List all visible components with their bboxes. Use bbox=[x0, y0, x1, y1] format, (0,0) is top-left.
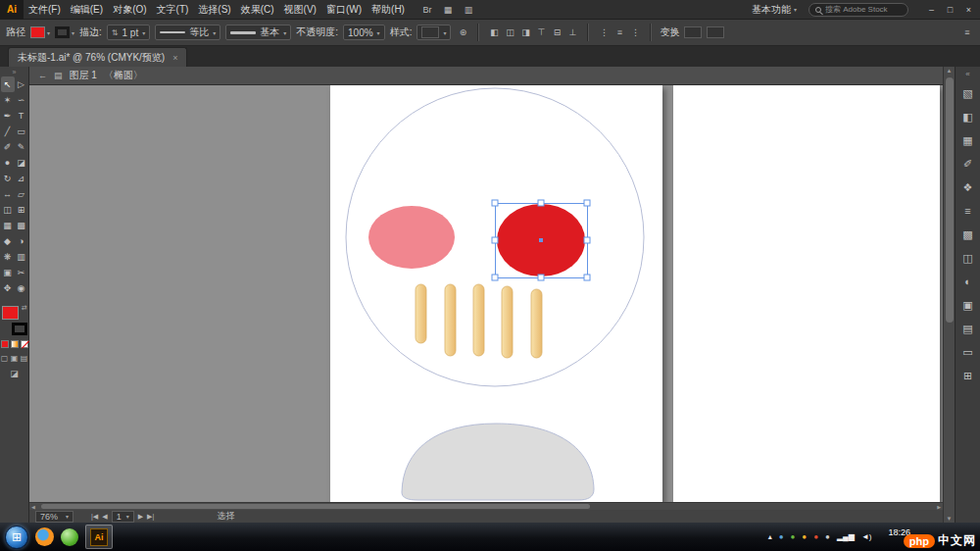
restore-button[interactable]: □ bbox=[941, 2, 959, 18]
horizontal-scroll-thumb[interactable] bbox=[41, 504, 590, 509]
last-artboard-button[interactable]: ▶| bbox=[147, 513, 154, 521]
tray-app-red-icon[interactable]: ● bbox=[813, 533, 818, 541]
lasso-tool[interactable]: ∽ bbox=[15, 92, 28, 108]
appearance-panel-icon[interactable]: ◐ bbox=[956, 270, 980, 293]
distribute-horizontal-icon[interactable]: ⋮ bbox=[628, 27, 642, 37]
rotate-tool[interactable]: ↻ bbox=[1, 171, 15, 186]
network-icon[interactable]: ▂▄▆ bbox=[837, 533, 855, 541]
back-arrow-icon[interactable]: ← bbox=[38, 71, 47, 80]
graphic-styles-panel-icon[interactable]: ▣ bbox=[956, 293, 980, 317]
column-graph-tool[interactable]: ▥ bbox=[15, 249, 28, 265]
left-eye-ellipse[interactable] bbox=[368, 206, 455, 269]
document-tab[interactable]: 未标题-1.ai* @ 76% (CMYK/预览) × bbox=[8, 47, 187, 67]
tray-app-yellow-icon[interactable]: ● bbox=[802, 533, 807, 541]
pen-tool[interactable]: ✒ bbox=[1, 108, 15, 124]
opacity-dropdown[interactable]: 100% ▾ bbox=[343, 25, 385, 40]
menu-window[interactable]: 窗口(W) bbox=[321, 0, 367, 19]
artboards-panel-icon[interactable]: ▭ bbox=[956, 340, 980, 364]
type-tool[interactable]: T bbox=[15, 108, 28, 124]
artboard-number-dropdown[interactable]: 1 ▾ bbox=[112, 511, 134, 523]
scroll-right-icon[interactable]: ▶ bbox=[937, 504, 941, 510]
paintbrush-tool[interactable]: ✐ bbox=[1, 139, 15, 155]
brush-definition-dropdown[interactable]: 基本 ▾ bbox=[225, 25, 291, 40]
fill-proxy-swatch[interactable] bbox=[2, 306, 19, 320]
close-tab-icon[interactable]: × bbox=[172, 53, 177, 63]
stroke-width-stepper[interactable]: ⇅ 1 pt ▾ bbox=[107, 25, 150, 40]
draw-behind-mode-icon[interactable]: ▣ bbox=[10, 354, 19, 363]
zoom-tool[interactable]: ◉ bbox=[15, 280, 28, 296]
distribute-vertical-icon[interactable]: ⋮ bbox=[597, 27, 611, 37]
width-tool[interactable]: ↔ bbox=[1, 186, 15, 202]
eraser-tool[interactable]: ◪ bbox=[15, 155, 28, 171]
stock-search-input[interactable]: 搜索 Adobe Stock bbox=[808, 3, 908, 17]
draw-inside-mode-icon[interactable]: ▤ bbox=[20, 354, 28, 363]
distribute-center-icon[interactable]: ≡ bbox=[612, 27, 626, 37]
first-artboard-button[interactable]: |◀ bbox=[91, 513, 98, 521]
artboard-tool[interactable]: ▣ bbox=[1, 265, 15, 280]
workspace-switcher[interactable]: 基本功能 ▾ bbox=[752, 3, 797, 17]
stroke-color-swatch[interactable]: ▾ bbox=[55, 26, 74, 38]
menu-edit[interactable]: 编辑(E) bbox=[66, 0, 108, 19]
panel-menu-icon[interactable]: ≡ bbox=[960, 27, 974, 37]
slice-tool[interactable]: ✂ bbox=[15, 265, 28, 280]
breadcrumb-layer[interactable]: 图层 1 bbox=[70, 69, 97, 82]
menu-view[interactable]: 视图(V) bbox=[279, 0, 321, 19]
vertical-scrollbar[interactable]: ▲ ▼ bbox=[943, 67, 955, 523]
style-dropdown[interactable]: ▾ bbox=[416, 25, 451, 40]
align-left-icon[interactable]: ◧ bbox=[487, 27, 501, 37]
menu-type[interactable]: 文字(T) bbox=[152, 0, 194, 19]
menu-select[interactable]: 选择(S) bbox=[193, 0, 235, 19]
tray-app-gray-icon[interactable]: ● bbox=[825, 533, 830, 541]
expand-panels-icon[interactable]: « bbox=[965, 69, 969, 81]
gradient-panel-icon[interactable]: ▩ bbox=[956, 223, 980, 246]
align-panel-icon[interactable]: ⊞ bbox=[956, 364, 980, 387]
eyedropper-tool[interactable]: ◆ bbox=[1, 233, 15, 249]
swap-fill-stroke-icon[interactable]: ⇄ bbox=[22, 304, 27, 311]
chin-shape[interactable] bbox=[402, 424, 594, 500]
rectangle-tool[interactable]: ▭ bbox=[15, 124, 28, 139]
scale-tool[interactable]: ⊿ bbox=[15, 171, 28, 186]
perspective-grid-tool[interactable]: ⊞ bbox=[15, 202, 28, 218]
mesh-tool[interactable]: ▦ bbox=[1, 218, 15, 233]
layers-panel-icon[interactable]: ▤ bbox=[956, 317, 980, 340]
minimize-button[interactable]: – bbox=[922, 2, 941, 18]
recolor-artwork-icon[interactable]: ⊛ bbox=[456, 27, 469, 37]
hand-tool[interactable]: ✥ bbox=[1, 280, 15, 296]
close-button[interactable]: × bbox=[959, 2, 978, 18]
align-top-icon[interactable]: ⊤ bbox=[534, 27, 548, 37]
direct-selection-tool[interactable]: ▷ bbox=[15, 76, 28, 92]
tools-collapse-icon[interactable]: » bbox=[13, 68, 17, 76]
symbol-sprayer-tool[interactable]: ❋ bbox=[1, 249, 15, 265]
color-button[interactable] bbox=[1, 340, 9, 348]
screen-mode-icon[interactable]: ◪ bbox=[10, 369, 19, 378]
bridge-icon[interactable]: Br bbox=[421, 5, 433, 15]
transform-field-x[interactable] bbox=[684, 26, 702, 38]
fill-color-swatch[interactable]: ▾ bbox=[30, 26, 50, 38]
zoom-level-dropdown[interactable]: 76% ▾ bbox=[35, 511, 74, 523]
selection-tool[interactable]: ↖ bbox=[1, 76, 15, 92]
volume-icon[interactable]: ◄) bbox=[861, 533, 872, 541]
transparency-panel-icon[interactable]: ◫ bbox=[956, 246, 980, 270]
transform-field-y[interactable] bbox=[707, 26, 724, 38]
blob-brush-tool[interactable]: ● bbox=[1, 155, 15, 171]
draw-normal-mode-icon[interactable]: ▢ bbox=[0, 354, 9, 363]
document-layout-icon[interactable]: ▥ bbox=[463, 5, 474, 15]
menu-effect[interactable]: 效果(C) bbox=[236, 0, 279, 19]
align-center-horizontal-icon[interactable]: ◫ bbox=[503, 27, 516, 37]
swatches-panel-icon[interactable]: ▦ bbox=[956, 128, 980, 152]
next-artboard-button[interactable]: ▶ bbox=[138, 513, 143, 521]
horizontal-scrollbar[interactable]: ◀ ▶ bbox=[29, 502, 943, 510]
tray-app-blue-icon[interactable]: ● bbox=[779, 533, 784, 541]
brushes-panel-icon[interactable]: ✐ bbox=[956, 152, 980, 175]
tray-app-green-icon[interactable]: ● bbox=[791, 533, 796, 541]
scroll-down-icon[interactable]: ▼ bbox=[947, 516, 953, 522]
shape-builder-tool[interactable]: ◫ bbox=[1, 202, 15, 218]
none-button[interactable] bbox=[21, 340, 28, 348]
green-app-taskbar-icon[interactable] bbox=[61, 528, 78, 546]
gradient-button[interactable] bbox=[11, 340, 19, 348]
magic-wand-tool[interactable]: ✶ bbox=[1, 92, 15, 108]
width-profile-dropdown[interactable]: 等比 ▾ bbox=[155, 25, 220, 40]
breadcrumb-ellipse[interactable]: 〈椭圆〉 bbox=[104, 69, 143, 82]
canvas[interactable] bbox=[29, 85, 943, 502]
scroll-up-icon[interactable]: ▲ bbox=[947, 68, 953, 74]
